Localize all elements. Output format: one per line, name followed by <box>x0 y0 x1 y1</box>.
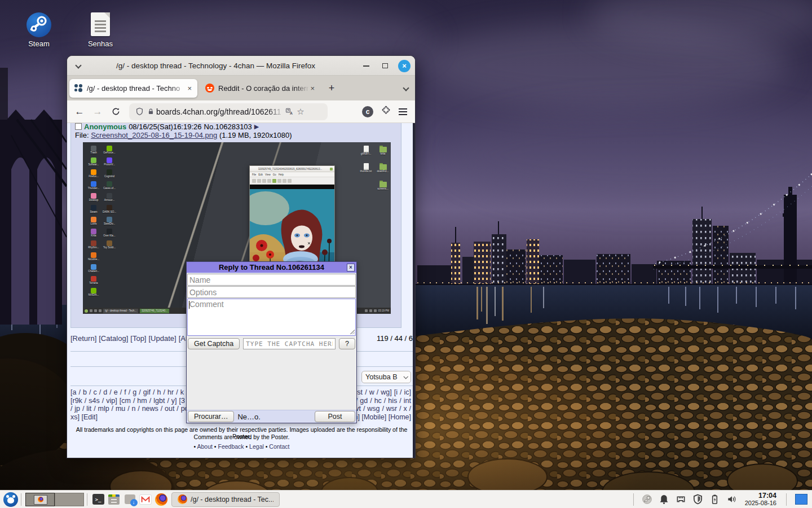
updater-icon <box>125 494 135 504</box>
file-name-link[interactable]: Screenshot_2025-08-16_15-19-04.png <box>91 131 217 139</box>
gmail-icon <box>140 495 151 504</box>
inner-desktop-icon: Chatteri... <box>86 264 101 276</box>
footer-link[interactable]: Legal <box>249 443 264 450</box>
system-tray: 17:04 2025-08-16 <box>630 492 812 507</box>
post-menu-arrow[interactable]: ▶ <box>254 123 259 130</box>
workspace-1[interactable] <box>25 493 55 506</box>
inner-desktop-icon: Desktop <box>86 193 101 205</box>
thread-nav-link[interactable]: [Return] <box>70 334 96 343</box>
back-button[interactable]: ← <box>72 104 87 120</box>
footer-link[interactable]: Feedback <box>218 443 244 450</box>
terminal-launcher[interactable]: >_ <box>90 492 106 507</box>
gmail-launcher[interactable] <box>138 492 153 507</box>
desktop-icon-senhas[interactable]: Senhas <box>76 12 125 48</box>
maximize-button[interactable] <box>379 60 391 72</box>
get-captcha-button[interactable]: Get Captcha <box>188 338 240 349</box>
tab-reddit[interactable]: Reddit - O coração da intern × <box>201 79 320 98</box>
captcha-input[interactable] <box>243 338 336 349</box>
footer-link[interactable]: About <box>197 443 213 450</box>
4chan-favicon <box>74 84 83 93</box>
applications-menu-button[interactable] <box>3 492 18 507</box>
window-titlebar[interactable]: /g/ - desktop thread - Technology - 4cha… <box>67 56 415 76</box>
lock-icon[interactable] <box>145 106 156 117</box>
list-all-tabs-chevron-icon[interactable] <box>403 85 409 91</box>
captcha-help-button[interactable]: ? <box>339 338 355 349</box>
inner-desktop-icon: DARK SO... <box>102 205 117 217</box>
thread-nav-link[interactable]: [Top] <box>130 334 146 343</box>
close-button[interactable]: × <box>398 60 411 72</box>
workspace-switcher <box>25 493 84 506</box>
minimize-button[interactable] <box>360 60 372 72</box>
tab-close-icon[interactable]: × <box>186 84 193 93</box>
browse-file-button[interactable]: Procurar… <box>188 411 234 422</box>
options-input[interactable] <box>187 286 356 298</box>
separator <box>633 493 634 506</box>
inner-viewer-title: 320925749_7115240462930615_8280991749226… <box>251 168 329 170</box>
reload-button[interactable] <box>108 104 123 120</box>
desktop-icon-steam[interactable]: Steam <box>15 12 63 48</box>
inner-desktop-icon: Nicotine... <box>86 252 101 264</box>
network-ethernet-icon[interactable] <box>675 493 687 506</box>
navigation-toolbar: ← → boards.4chan.org/g/thread/1062611 A … <box>67 100 415 123</box>
security-shield-icon[interactable] <box>692 493 704 506</box>
workspace-2[interactable] <box>55 493 84 506</box>
battery-charging-icon[interactable] <box>709 493 721 506</box>
quick-reply-close-icon[interactable]: × <box>347 264 355 271</box>
show-desktop-button[interactable] <box>795 494 807 505</box>
inner-desktop-icon: downFol... <box>374 163 391 181</box>
captcha-area <box>187 349 356 409</box>
inner-desktop-icon: Caves of... <box>102 181 117 193</box>
firefox-launcher[interactable] <box>153 492 169 507</box>
name-input[interactable] <box>187 274 356 286</box>
inner-clock: 03:19 PM <box>378 309 389 312</box>
post-number-link[interactable]: No.106283103 <box>204 123 252 131</box>
thread-nav-link[interactable]: [Update] <box>148 334 176 343</box>
file-manager-launcher[interactable] <box>106 492 122 507</box>
inner-desktop-icon: Firefox... <box>86 169 101 181</box>
inner-desktop-icon: Lutris <box>86 217 101 229</box>
steam-icon <box>27 12 51 37</box>
inner-viewer-toolbar <box>250 177 334 185</box>
extension-c-icon[interactable]: c <box>362 106 373 117</box>
comment-textarea[interactable] <box>187 299 356 336</box>
footer-link[interactable]: Contact <box>269 443 289 450</box>
inner-desktop-icon: Rhythm... <box>86 240 101 252</box>
chevron-down-icon <box>403 374 408 379</box>
clock[interactable]: 17:04 2025-08-16 <box>745 492 776 507</box>
reddit-favicon <box>205 84 214 93</box>
separator <box>786 493 787 506</box>
translate-icon[interactable]: A <box>284 106 295 117</box>
url-bar[interactable]: boards.4chan.org/g/thread/1062611 A ☆ <box>129 103 328 120</box>
software-updater-launcher[interactable] <box>122 492 138 507</box>
inner-desktop-icons-col2: GeForce... ProtonV... Cogmind <box>102 146 117 252</box>
quick-reply-header[interactable]: Reply to Thread No.106261134 × <box>187 262 356 273</box>
document-icon <box>91 12 110 36</box>
extensions-puzzle-icon[interactable] <box>381 106 391 117</box>
tracking-shield-icon[interactable] <box>134 106 145 117</box>
menu-hamburger-icon[interactable] <box>399 108 407 115</box>
thread-stats: 119 / 44 / 6 <box>377 334 413 343</box>
notifications-bell-icon[interactable] <box>658 493 670 506</box>
inner-desktop-icon: Krita <box>86 229 101 240</box>
inner-viewer-menubar: FileEditViewGoHelp <box>250 172 334 177</box>
style-selector[interactable]: Yotsuba B <box>361 371 411 383</box>
thread-nav-link[interactable]: [Catalog] <box>99 334 128 343</box>
clock-time: 17:04 <box>745 492 776 500</box>
taskbar-window-button[interactable]: /g/ - desktop thread - Tec... <box>171 492 280 507</box>
inner-viewer-close <box>330 168 333 170</box>
desktop-icon-label: Steam <box>15 40 63 48</box>
resize-handle[interactable] <box>350 330 355 334</box>
text-caret <box>189 301 189 309</box>
tab-bar: /g/ - desktop thread - Techno × Reddit -… <box>67 76 415 100</box>
tab-close-icon[interactable]: × <box>309 84 316 93</box>
volume-icon[interactable] <box>726 493 738 506</box>
new-tab-button[interactable]: + <box>324 80 339 96</box>
inner-menu-icon <box>85 309 88 313</box>
post-checkbox[interactable] <box>75 123 82 130</box>
post-button[interactable]: Post <box>315 411 355 422</box>
tab-4chan-thread[interactable]: /g/ - desktop thread - Techno × <box>69 79 197 98</box>
bookmark-star-icon[interactable]: ☆ <box>295 106 306 117</box>
taskbar: >_ /g/ - desktop thread - Tec... <box>0 490 812 508</box>
steam-tray-icon[interactable] <box>641 493 654 506</box>
forward-button[interactable]: → <box>90 104 105 120</box>
